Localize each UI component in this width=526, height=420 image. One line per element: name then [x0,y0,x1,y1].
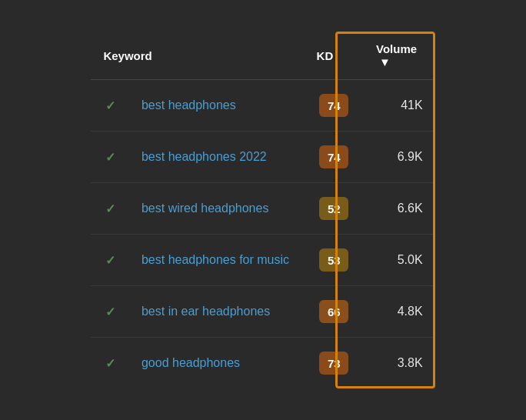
row-volume-cell: 5.0K [364,235,435,286]
row-keyword-cell[interactable]: good headphones [129,338,305,389]
checkmark-icon: ✓ [105,357,115,370]
row-check-cell[interactable]: ✓ [91,338,129,389]
table-row: ✓ best headphones 74 41K [91,80,434,132]
row-volume-cell: 6.6K [364,183,435,235]
row-volume-cell: 6.9K [364,132,435,183]
row-check-cell[interactable]: ✓ [91,286,129,338]
row-kd-cell: 66 [305,286,364,338]
table-row: ✓ best headphones 2022 74 6.9K [91,132,434,183]
sort-arrow-icon: ▼ [379,55,391,68]
row-check-cell[interactable]: ✓ [91,132,129,183]
kd-column-header: KD [305,32,364,80]
kd-badge: 74 [319,94,348,117]
row-keyword-cell[interactable]: best headphones 2022 [129,132,305,183]
row-keyword-cell[interactable]: best headphones [129,80,305,132]
row-volume-cell: 41K [364,80,435,132]
checkmark-icon: ✓ [105,202,115,215]
row-kd-cell: 74 [305,80,364,132]
row-kd-cell: 52 [305,183,364,235]
keyword-table: Keyword KD Volume ▼ ✓ best headphones 74… [91,32,434,388]
kd-badge: 66 [319,300,348,323]
checkmark-icon: ✓ [105,151,115,164]
table-row: ✓ best in ear headphones 66 4.8K [91,286,434,338]
volume-column-header[interactable]: Volume ▼ [364,32,435,80]
volume-header-label: Volume [376,42,417,55]
row-keyword-cell[interactable]: best in ear headphones [129,286,305,338]
keyword-table-container: Keyword KD Volume ▼ ✓ best headphones 74… [91,32,434,388]
row-check-cell[interactable]: ✓ [91,183,129,235]
kd-badge: 73 [319,352,348,375]
row-volume-cell: 3.8K [364,338,435,389]
row-kd-cell: 74 [305,132,364,183]
kd-badge: 74 [319,145,348,168]
table-row: ✓ best wired headphones 52 6.6K [91,183,434,235]
row-keyword-cell[interactable]: best headphones for music [129,235,305,286]
kd-badge: 52 [319,197,348,220]
row-check-cell[interactable]: ✓ [91,235,129,286]
row-keyword-cell[interactable]: best wired headphones [129,183,305,235]
checkmark-icon: ✓ [105,305,115,318]
row-check-cell[interactable]: ✓ [91,80,129,132]
table-row: ✓ best headphones for music 53 5.0K [91,235,434,286]
row-volume-cell: 4.8K [364,286,435,338]
row-kd-cell: 53 [305,235,364,286]
checkmark-icon: ✓ [105,254,115,267]
row-kd-cell: 73 [305,338,364,389]
keyword-column-header: Keyword [91,32,304,80]
table-row: ✓ good headphones 73 3.8K [91,338,434,389]
kd-badge: 53 [319,248,348,272]
table-header-row: Keyword KD Volume ▼ [91,32,434,80]
checkmark-icon: ✓ [105,99,115,112]
